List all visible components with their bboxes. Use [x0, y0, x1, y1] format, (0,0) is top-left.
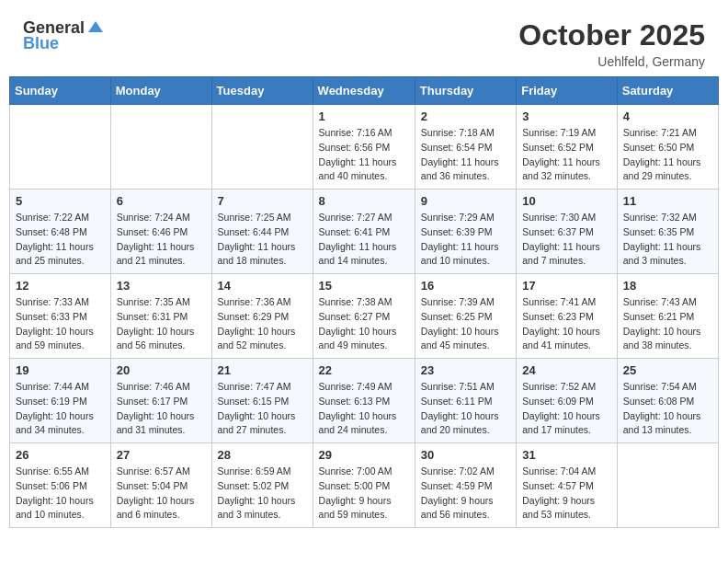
day-info: Sunrise: 7:00 AMSunset: 5:00 PMDaylight:…	[319, 465, 409, 523]
weekday-header-monday: Monday	[110, 77, 211, 105]
calendar-cell: 23Sunrise: 7:51 AMSunset: 6:11 PMDayligh…	[415, 359, 516, 443]
calendar-cell: 7Sunrise: 7:25 AMSunset: 6:44 PMDaylight…	[211, 190, 313, 274]
day-info: Sunrise: 7:43 AMSunset: 6:21 PMDaylight:…	[623, 295, 712, 353]
day-info: Sunrise: 7:35 AMSunset: 6:31 PMDaylight:…	[117, 295, 206, 353]
calendar-cell: 16Sunrise: 7:39 AMSunset: 6:25 PMDayligh…	[415, 274, 516, 359]
calendar-table: SundayMondayTuesdayWednesdayThursdayFrid…	[9, 76, 719, 528]
day-number: 8	[319, 194, 409, 208]
day-info: Sunrise: 7:22 AMSunset: 6:48 PMDaylight:…	[16, 211, 105, 269]
location-title: Uehlfeld, Germany	[518, 54, 705, 69]
day-number: 30	[421, 448, 510, 462]
calendar-week-row: 12Sunrise: 7:33 AMSunset: 6:33 PMDayligh…	[10, 274, 719, 359]
day-info: Sunrise: 7:25 AMSunset: 6:44 PMDaylight:…	[218, 211, 307, 269]
calendar-cell: 30Sunrise: 7:02 AMSunset: 4:59 PMDayligh…	[415, 443, 516, 528]
day-info: Sunrise: 7:47 AMSunset: 6:15 PMDaylight:…	[218, 380, 307, 438]
calendar-cell: 13Sunrise: 7:35 AMSunset: 6:31 PMDayligh…	[110, 274, 211, 359]
calendar-week-row: 19Sunrise: 7:44 AMSunset: 6:19 PMDayligh…	[10, 359, 719, 443]
day-info: Sunrise: 7:02 AMSunset: 4:59 PMDaylight:…	[421, 465, 510, 523]
calendar-cell: 25Sunrise: 7:54 AMSunset: 6:08 PMDayligh…	[617, 359, 718, 443]
day-number: 23	[421, 363, 510, 377]
calendar-cell: 19Sunrise: 7:44 AMSunset: 6:19 PMDayligh…	[10, 359, 111, 443]
calendar-cell: 22Sunrise: 7:49 AMSunset: 6:13 PMDayligh…	[313, 359, 415, 443]
day-number: 3	[522, 109, 610, 123]
calendar-cell: 20Sunrise: 7:46 AMSunset: 6:17 PMDayligh…	[110, 359, 211, 443]
calendar-cell: 11Sunrise: 7:32 AMSunset: 6:35 PMDayligh…	[617, 190, 718, 274]
calendar-cell	[10, 105, 111, 190]
calendar-cell: 26Sunrise: 6:55 AMSunset: 5:06 PMDayligh…	[10, 443, 111, 528]
calendar-cell: 9Sunrise: 7:29 AMSunset: 6:39 PMDaylight…	[415, 190, 516, 274]
day-number: 7	[218, 194, 307, 208]
calendar-cell: 24Sunrise: 7:52 AMSunset: 6:09 PMDayligh…	[517, 359, 617, 443]
calendar-cell: 3Sunrise: 7:19 AMSunset: 6:52 PMDaylight…	[517, 105, 617, 190]
day-number: 11	[623, 194, 712, 208]
calendar-week-row: 26Sunrise: 6:55 AMSunset: 5:06 PMDayligh…	[10, 443, 719, 528]
day-info: Sunrise: 7:51 AMSunset: 6:11 PMDaylight:…	[421, 380, 510, 438]
logo-blue-text: Blue	[23, 34, 59, 53]
title-block: October 2025 Uehlfeld, Germany	[518, 18, 705, 69]
day-info: Sunrise: 7:29 AMSunset: 6:39 PMDaylight:…	[421, 211, 510, 269]
day-number: 24	[522, 363, 610, 377]
day-number: 21	[218, 363, 307, 377]
day-info: Sunrise: 6:55 AMSunset: 5:06 PMDaylight:…	[16, 465, 105, 523]
day-info: Sunrise: 7:27 AMSunset: 6:41 PMDaylight:…	[319, 211, 409, 269]
calendar-week-row: 5Sunrise: 7:22 AMSunset: 6:48 PMDaylight…	[10, 190, 719, 274]
calendar-cell	[617, 443, 718, 528]
day-info: Sunrise: 7:30 AMSunset: 6:37 PMDaylight:…	[522, 211, 610, 269]
day-info: Sunrise: 7:49 AMSunset: 6:13 PMDaylight:…	[319, 380, 409, 438]
day-info: Sunrise: 7:33 AMSunset: 6:33 PMDaylight:…	[16, 295, 105, 353]
day-info: Sunrise: 7:39 AMSunset: 6:25 PMDaylight:…	[421, 295, 510, 353]
day-info: Sunrise: 7:36 AMSunset: 6:29 PMDaylight:…	[218, 295, 307, 353]
calendar-cell: 31Sunrise: 7:04 AMSunset: 4:57 PMDayligh…	[517, 443, 617, 528]
day-number: 20	[117, 363, 206, 377]
page-header: General Blue October 2025 Uehlfeld, Germ…	[9, 9, 719, 76]
day-info: Sunrise: 7:16 AMSunset: 6:56 PMDaylight:…	[319, 126, 409, 184]
day-info: Sunrise: 6:59 AMSunset: 5:02 PMDaylight:…	[218, 465, 307, 523]
weekday-header-thursday: Thursday	[415, 77, 516, 105]
svg-marker-0	[88, 21, 103, 32]
day-info: Sunrise: 7:24 AMSunset: 6:46 PMDaylight:…	[117, 211, 206, 269]
logo-icon	[86, 17, 105, 36]
day-number: 18	[623, 279, 712, 293]
weekday-header-wednesday: Wednesday	[313, 77, 415, 105]
calendar-cell: 29Sunrise: 7:00 AMSunset: 5:00 PMDayligh…	[313, 443, 415, 528]
logo: General Blue	[23, 18, 105, 53]
day-info: Sunrise: 7:18 AMSunset: 6:54 PMDaylight:…	[421, 126, 510, 184]
day-number: 5	[16, 194, 105, 208]
day-number: 1	[319, 109, 409, 123]
day-info: Sunrise: 7:44 AMSunset: 6:19 PMDaylight:…	[16, 380, 105, 438]
day-number: 12	[16, 279, 105, 293]
day-info: Sunrise: 7:46 AMSunset: 6:17 PMDaylight:…	[117, 380, 206, 438]
day-info: Sunrise: 7:54 AMSunset: 6:08 PMDaylight:…	[623, 380, 712, 438]
weekday-header-saturday: Saturday	[617, 77, 718, 105]
day-number: 14	[218, 279, 307, 293]
day-number: 16	[421, 279, 510, 293]
calendar-cell: 2Sunrise: 7:18 AMSunset: 6:54 PMDaylight…	[415, 105, 516, 190]
day-number: 15	[319, 279, 409, 293]
day-number: 27	[117, 448, 206, 462]
day-number: 2	[421, 109, 510, 123]
day-number: 17	[522, 279, 610, 293]
calendar-cell: 10Sunrise: 7:30 AMSunset: 6:37 PMDayligh…	[517, 190, 617, 274]
day-number: 26	[16, 448, 105, 462]
calendar-cell: 28Sunrise: 6:59 AMSunset: 5:02 PMDayligh…	[211, 443, 313, 528]
weekday-header-tuesday: Tuesday	[211, 77, 313, 105]
weekday-header-friday: Friday	[517, 77, 617, 105]
calendar-cell: 6Sunrise: 7:24 AMSunset: 6:46 PMDaylight…	[110, 190, 211, 274]
calendar-cell	[211, 105, 313, 190]
calendar-cell	[110, 105, 211, 190]
calendar-cell: 18Sunrise: 7:43 AMSunset: 6:21 PMDayligh…	[617, 274, 718, 359]
calendar-cell: 12Sunrise: 7:33 AMSunset: 6:33 PMDayligh…	[10, 274, 111, 359]
calendar-cell: 14Sunrise: 7:36 AMSunset: 6:29 PMDayligh…	[211, 274, 313, 359]
calendar-cell: 15Sunrise: 7:38 AMSunset: 6:27 PMDayligh…	[313, 274, 415, 359]
calendar-cell: 5Sunrise: 7:22 AMSunset: 6:48 PMDaylight…	[10, 190, 111, 274]
calendar-cell: 4Sunrise: 7:21 AMSunset: 6:50 PMDaylight…	[617, 105, 718, 190]
weekday-header-sunday: Sunday	[10, 77, 111, 105]
calendar-cell: 8Sunrise: 7:27 AMSunset: 6:41 PMDaylight…	[313, 190, 415, 274]
day-info: Sunrise: 7:41 AMSunset: 6:23 PMDaylight:…	[522, 295, 610, 353]
weekday-header-row: SundayMondayTuesdayWednesdayThursdayFrid…	[10, 77, 719, 105]
month-title: October 2025	[518, 18, 705, 52]
day-number: 22	[319, 363, 409, 377]
day-info: Sunrise: 7:21 AMSunset: 6:50 PMDaylight:…	[623, 126, 712, 184]
day-info: Sunrise: 7:04 AMSunset: 4:57 PMDaylight:…	[522, 465, 610, 523]
calendar-cell: 21Sunrise: 7:47 AMSunset: 6:15 PMDayligh…	[211, 359, 313, 443]
